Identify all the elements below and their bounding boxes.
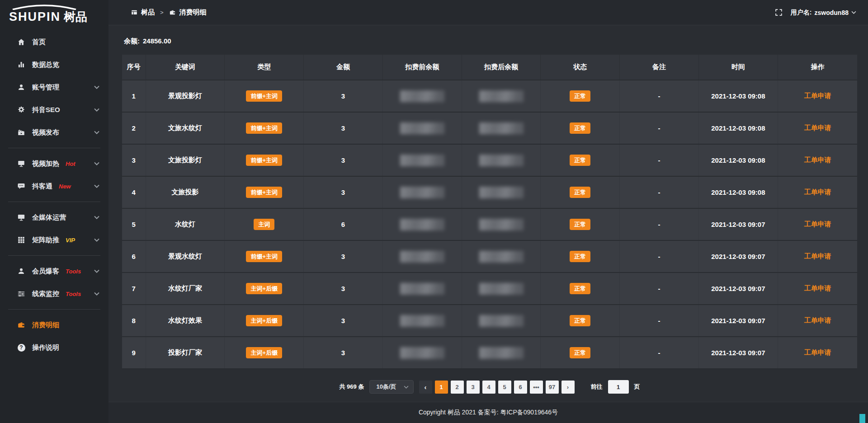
work-order-link[interactable]: 工单申请 [804, 156, 831, 164]
masked-balance-before [400, 90, 444, 102]
table-row: 1 景观投影灯 前缀+主词 3 正常 - 2021-12-03 09:08 工单… [122, 80, 857, 112]
type-badge: 前缀+主词 [246, 251, 282, 262]
logo-text: SHUPIN 树品 [9, 9, 87, 25]
user-menu[interactable]: 用户名: zswodun88 [791, 9, 856, 17]
cell-action: 工单申请 [778, 144, 857, 176]
sidebar-item-video-publish[interactable]: 视频发布 [0, 121, 108, 144]
cell-seq: 2 [122, 112, 146, 144]
work-order-link[interactable]: 工单申请 [804, 316, 831, 324]
sidebar-item-label: 矩阵助推 [32, 236, 59, 244]
work-order-link[interactable]: 工单申请 [804, 220, 831, 228]
page-button-list: ‹ 1 2 3 4 5 6 ••• 97 › [419, 381, 575, 394]
work-order-link[interactable]: 工单申请 [804, 348, 831, 356]
sidebar-item-label: 线索监控 [32, 290, 59, 298]
cell-type: 前缀+主词 [225, 144, 304, 176]
page-button-3[interactable]: 3 [467, 381, 480, 394]
sidebar-item-consumption-detail[interactable]: 消费明细 [0, 314, 108, 336]
page-button-5[interactable]: 5 [498, 381, 511, 394]
chevron-down-icon [94, 131, 99, 134]
cell-action: 工单申请 [778, 112, 857, 144]
breadcrumb-item-home[interactable]: 树品 [131, 8, 155, 17]
fullscreen-icon[interactable] [775, 9, 783, 16]
next-page-button[interactable]: › [561, 381, 575, 394]
cell-time: 2021-12-03 09:08 [699, 80, 778, 112]
masked-balance-before [400, 122, 444, 134]
work-order-link[interactable]: 工单申请 [804, 284, 831, 292]
chevron-down-icon [404, 385, 409, 389]
cell-amount: 3 [304, 305, 383, 337]
menu-divider [8, 148, 100, 148]
page-button-97[interactable]: 97 [546, 381, 559, 394]
masked-balance-before [400, 251, 444, 263]
cell-amount: 3 [304, 273, 383, 305]
cell-seq: 6 [122, 240, 146, 273]
topbar: 树品 > 消费明细 用户名: zswodun88 [108, 0, 868, 25]
sidebar: SHUPIN 树品 首页 数据总览 账号管理 抖音SEO [0, 0, 108, 423]
more-pages-button[interactable]: ••• [530, 381, 543, 394]
goto-page-input[interactable] [608, 380, 629, 394]
sidebar-item-label: 视频发布 [32, 128, 59, 137]
masked-balance-before [400, 283, 444, 295]
work-order-link[interactable]: 工单申请 [804, 92, 831, 99]
chevron-down-icon [94, 85, 99, 89]
video-publish-icon [17, 128, 25, 136]
balance: 余额: 24856.00 [124, 37, 857, 46]
cell-amount: 3 [304, 337, 383, 369]
page-button-2[interactable]: 2 [451, 381, 464, 394]
cell-balance-before [382, 273, 462, 305]
status-badge: 正常 [570, 90, 590, 102]
cell-amount: 3 [304, 144, 383, 176]
sidebar-item-lead-monitor[interactable]: 线索监控 Tools [0, 282, 108, 305]
cell-balance-before [382, 176, 462, 208]
cell-keyword: 文旅投影灯 [146, 144, 225, 176]
cell-time: 2021-12-03 09:08 [699, 112, 778, 144]
sidebar-item-instructions[interactable]: ? 操作说明 [0, 336, 108, 359]
sidebar-item-video-heat[interactable]: 视频加热 Hot [0, 152, 108, 175]
menu-divider [8, 309, 100, 310]
sidebar-item-douketong[interactable]: 抖客通 New [0, 175, 108, 197]
table-row: 3 文旅投影灯 前缀+主词 3 正常 - 2021-12-03 09:08 工单… [122, 144, 857, 176]
breadcrumb: 树品 > 消费明细 [131, 8, 207, 17]
sidebar-item-matrix-boost[interactable]: 矩阵助推 VIP [0, 229, 108, 251]
sidebar-item-home[interactable]: 首页 [0, 31, 108, 53]
cell-action: 工单申请 [778, 273, 857, 305]
breadcrumb-separator: > [160, 9, 164, 16]
type-badge: 前缀+主词 [246, 90, 282, 102]
prev-page-button[interactable]: ‹ [419, 381, 432, 394]
logo-en: SHUPIN [9, 10, 61, 24]
chevron-down-icon [94, 216, 99, 219]
masked-balance-after [479, 122, 524, 134]
page-button-1[interactable]: 1 [435, 381, 448, 394]
sidebar-item-account[interactable]: 账号管理 [0, 76, 108, 99]
masked-balance-after [479, 187, 524, 198]
breadcrumb-label: 树品 [141, 8, 155, 17]
work-order-link[interactable]: 工单申请 [804, 124, 831, 132]
sidebar-item-omnimedia[interactable]: 全媒体运营 [0, 206, 108, 229]
cell-keyword: 文旅投影 [146, 176, 225, 208]
user-icon [17, 83, 25, 91]
chevron-down-icon [94, 292, 99, 296]
page-size-select[interactable]: 10条/页 [369, 380, 413, 394]
breadcrumb-label: 消费明细 [179, 8, 207, 17]
breadcrumb-item-current[interactable]: 消费明细 [169, 8, 207, 17]
cell-action: 工单申请 [778, 305, 857, 337]
cell-balance-before [382, 208, 462, 240]
sidebar-item-data-overview[interactable]: 数据总览 [0, 53, 108, 76]
status-badge: 正常 [570, 122, 590, 134]
page-button-6[interactable]: 6 [514, 381, 527, 394]
cell-balance-after [462, 305, 541, 337]
cell-status: 正常 [541, 112, 620, 144]
type-badge: 主词+后缀 [246, 283, 282, 294]
topbar-right: 用户名: zswodun88 [775, 9, 856, 17]
cell-balance-after [462, 176, 541, 208]
cell-seq: 9 [122, 337, 146, 369]
app-logo[interactable]: SHUPIN 树品 [0, 0, 108, 29]
work-order-link[interactable]: 工单申请 [804, 252, 831, 260]
sidebar-item-douyin-seo[interactable]: 抖音SEO [0, 99, 108, 121]
sidebar-item-member-burst[interactable]: 会员爆客 Tools [0, 260, 108, 282]
page-button-4[interactable]: 4 [482, 381, 495, 394]
chat-bubble-icon [17, 182, 25, 190]
tools-tag: Tools [66, 291, 81, 297]
work-order-link[interactable]: 工单申请 [804, 188, 831, 196]
cell-time: 2021-12-03 09:07 [699, 305, 778, 337]
